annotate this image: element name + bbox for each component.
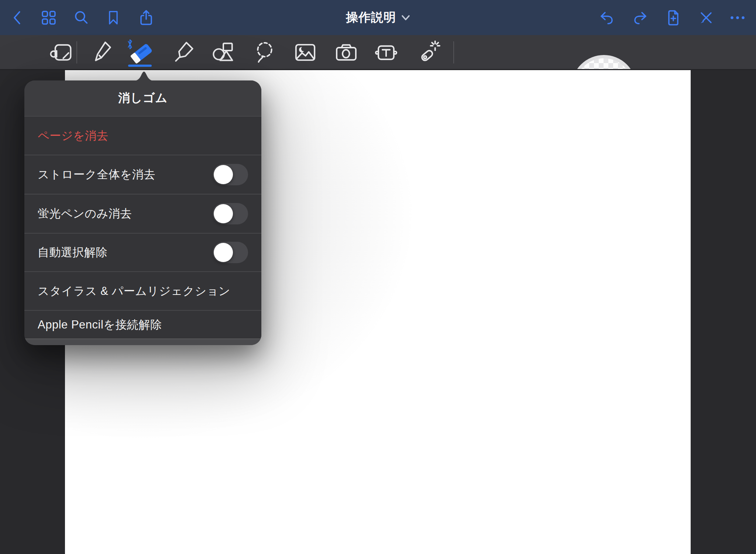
menu-item-erase-highlighter-only[interactable]: 蛍光ペンのみ消去 <box>24 194 261 233</box>
redo-icon <box>630 8 650 27</box>
selected-tool-indicator <box>128 65 152 67</box>
eraser-icon <box>130 39 156 66</box>
popover-arrow <box>134 70 154 81</box>
undo-button[interactable] <box>597 8 616 27</box>
toggle-auto-deselect[interactable] <box>213 242 248 263</box>
toolbar-separator <box>76 41 77 63</box>
toggle-knob <box>214 204 233 223</box>
tool-zoom-window[interactable] <box>48 39 75 66</box>
menu-item-erase-entire-stroke[interactable]: ストローク全体を消去 <box>24 155 261 194</box>
menu-item-disconnect-apple-pencil[interactable]: Apple Pencilを接続解除 <box>24 310 261 338</box>
top-navigation-bar: 操作説明 <box>0 0 756 35</box>
toolbar-separator <box>453 41 454 63</box>
undo-icon <box>597 8 616 27</box>
highlighter-icon <box>171 39 198 66</box>
menu-item-stylus-palm-rejection[interactable]: スタイラス & パームリジェクション <box>24 271 261 310</box>
page-title: 操作説明 <box>346 9 396 26</box>
camera-icon <box>333 39 360 66</box>
popover-header: 消しゴム <box>24 80 261 116</box>
canvas-gutter-right <box>691 70 756 554</box>
tool-laser-pointer[interactable] <box>415 39 441 66</box>
popover-title: 消しゴム <box>118 90 168 106</box>
menu-item-auto-deselect[interactable]: 自動選択解除 <box>24 233 261 271</box>
zoom-window-icon <box>48 39 75 66</box>
tool-highlighter[interactable] <box>171 39 198 66</box>
toggle-erase-highlighter-only[interactable] <box>213 203 248 224</box>
toggle-erase-entire-stroke[interactable] <box>213 164 248 185</box>
lasso-icon <box>251 39 278 66</box>
tool-shapes[interactable] <box>210 39 237 66</box>
chevron-down-icon <box>401 15 410 21</box>
toggle-knob <box>214 165 233 184</box>
pen-crossed-icon <box>696 8 715 27</box>
laser-pointer-icon <box>415 39 441 66</box>
app-root: 操作説明 <box>0 0 756 554</box>
add-page-button[interactable] <box>664 8 683 27</box>
more-button[interactable] <box>726 8 749 27</box>
tool-lasso[interactable] <box>251 39 278 66</box>
tool-camera[interactable] <box>333 39 360 66</box>
bluetooth-icon <box>127 38 133 51</box>
menu-item-erase-page[interactable]: ページを消去 <box>24 116 261 155</box>
readonly-mode-button[interactable] <box>696 8 715 27</box>
shapes-icon <box>210 39 237 66</box>
popover-footer <box>24 338 261 345</box>
redo-button[interactable] <box>630 8 650 27</box>
eraser-options-popover: 消しゴム ページを消去 ストローク全体を消去 蛍光ペンのみ消去 自動選択解除 ス… <box>24 80 261 345</box>
more-icon <box>726 8 749 27</box>
tool-bar <box>0 35 756 70</box>
tool-text-box[interactable] <box>373 39 399 66</box>
eraser-size-large[interactable] <box>571 55 636 70</box>
text-box-icon <box>373 39 399 66</box>
toggle-knob <box>214 243 233 262</box>
tool-eraser[interactable] <box>130 39 156 66</box>
add-page-icon <box>664 8 683 27</box>
pen-icon <box>89 39 116 66</box>
image-icon <box>292 39 319 66</box>
tool-pen[interactable] <box>89 39 116 66</box>
tool-image[interactable] <box>292 39 319 66</box>
